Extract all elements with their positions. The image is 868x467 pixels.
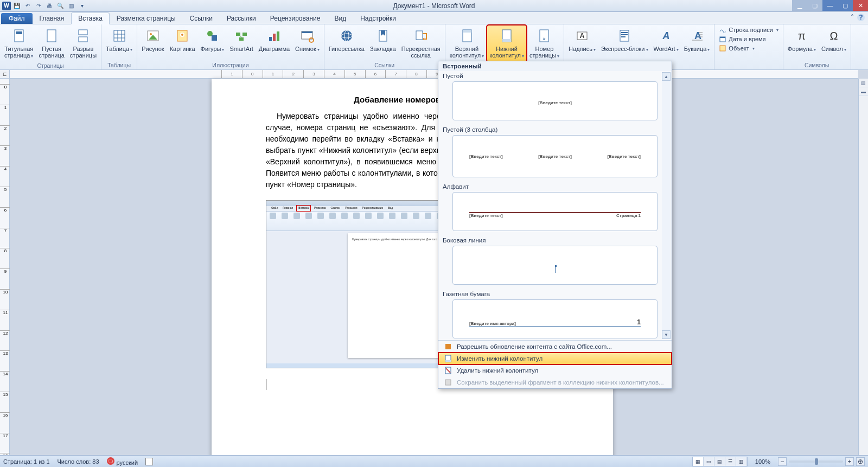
gallery-scrollbar[interactable]: ▲ ▼ [662,72,671,339]
zoom-out-button[interactable]: − [778,457,787,466]
qat-redo-icon[interactable]: ↷ [34,1,43,11]
tab-review[interactable]: Рецензирование [263,12,328,24]
window-minimize-button[interactable]: — [822,0,838,11]
zoom-slider[interactable] [789,460,843,463]
gallery-menu-item[interactable]: Разрешить обновление контента с сайта Of… [438,341,672,353]
window-close-button[interactable]: ✕ [853,0,868,11]
menu-item-label: Удалить нижний колонтитул [457,367,538,374]
web-layout-view-icon[interactable]: ▤ [714,457,725,466]
vertical-ruler[interactable]: 01234567891011121314151617181920 [0,79,10,455]
signature-button[interactable]: Строка подписи [717,25,780,34]
tab-page-layout[interactable]: Разметка страницы [110,12,183,24]
blank-page-button[interactable]: Пустая страница [36,25,66,60]
button-label: Надпись [569,46,596,53]
tab-home[interactable]: Главная [33,12,72,24]
picture-button[interactable]: Рисунок [139,25,167,54]
cover-page-button[interactable]: Титульная страница [2,25,35,61]
svg-rect-1 [16,31,22,34]
qat-preview-icon[interactable]: 🔍 [55,1,65,11]
window-maximize-button[interactable]: ▢ [838,0,853,11]
gallery-item-preview[interactable]: [Введите текст] [452,81,658,120]
crossref-button[interactable]: Перекрестная ссылка [399,25,443,60]
tab-view[interactable]: Вид [327,12,353,24]
quickparts-button[interactable]: Экспресс-блоки [599,25,650,55]
window-controls: ▁ ▢ — ▢ ✕ [792,0,868,11]
status-page[interactable]: Страница: 1 из 1 [3,458,50,465]
gallery-menu-item[interactable]: Изменить нижний колонтитул [438,353,672,364]
scroll-down-icon[interactable]: ▼ [662,330,671,339]
ruler-view-icon[interactable]: ▬ [859,87,868,96]
qat-undo-icon[interactable]: ↶ [23,1,33,11]
symbol-button[interactable]: ΩСимвол [819,25,848,55]
svg-point-28 [341,30,352,41]
qat-customize-icon[interactable]: ▾ [77,1,87,11]
qat-save-icon[interactable]: 💾 [12,1,22,11]
scroll-up-icon[interactable]: ▲ [662,72,671,81]
ribbon-group: πФормулаΩСимволСимволы [783,24,851,69]
gallery-item-preview[interactable]: [Введите текст]Страница 1 [452,192,658,231]
wordart-icon: A [658,27,675,44]
svg-rect-58 [445,344,451,349]
button-label: Нижний колонтитул [489,46,524,60]
table-button[interactable]: Таблица [104,25,135,55]
chart-button[interactable]: Диаграмма [257,25,292,54]
dropcap-button[interactable]: AБуквица [682,25,712,55]
hyperlink-button[interactable]: Гиперссылка [327,25,367,54]
object-button[interactable]: Объект [717,44,780,53]
shapes-button[interactable]: Фигуры [199,25,227,55]
zoom-fit-icon[interactable]: ⊕ [856,457,865,466]
page-number-button[interactable]: #Номер страницы [527,25,561,61]
zoom-in-button[interactable]: + [845,457,854,466]
header-button[interactable]: Верхний колонтитул [448,25,487,61]
ruler-toggle[interactable]: ⊏ [0,70,10,79]
ribbon-tabs: Файл Главная Вставка Разметка страницы С… [0,12,868,24]
menu-item-label: Изменить нижний колонтитул [457,355,542,362]
fullscreen-reading-view-icon[interactable]: ▭ [704,457,714,466]
smartart-button[interactable]: SmartArt [227,25,255,54]
footer-button[interactable]: Нижний колонтитул [487,25,526,61]
qat-open-icon[interactable]: ▥ [66,1,76,11]
svg-rect-22 [269,37,272,41]
status-language[interactable]: русский [107,457,138,466]
tab-addins[interactable]: Надстройки [353,12,403,24]
datetime-button[interactable]: Дата и время [717,35,780,43]
page-break-button[interactable]: Разрыв страницы [68,25,99,60]
gallery-item-preview[interactable]: [Введите имя автора]1 [452,299,658,338]
ribbon-collapse-icon[interactable]: ˄ [851,14,854,21]
horizontal-ruler[interactable]: 10123456789101112131415161718 [10,70,858,79]
clipart-button[interactable]: Картинка [168,25,197,54]
ribbon-restore-button[interactable]: ▢ [807,0,822,11]
screenshot-button[interactable]: Снимок [293,25,322,55]
tab-mailings[interactable]: Рассылки [220,12,263,24]
gallery-menu-item[interactable]: Удалить нижний колонтитул [438,364,672,376]
gallery-item-preview[interactable] [452,246,658,285]
bookmark-button[interactable]: Закладка [368,25,398,54]
print-layout-view-icon[interactable]: ▦ [693,457,704,466]
draft-view-icon[interactable]: ▥ [736,457,747,466]
ribbon-minimize-button[interactable]: ▁ [792,0,807,11]
status-word-count[interactable]: Число слов: 83 [58,458,99,465]
wordart-button[interactable]: AWordArt [652,25,681,55]
proofing-icon [107,457,114,465]
tab-insert[interactable]: Вставка [71,12,110,24]
svg-point-15 [181,34,183,36]
zoom-percent[interactable]: 100% [755,458,770,465]
macro-record-icon[interactable] [145,458,153,465]
outline-view-icon[interactable]: ☰ [725,457,736,466]
word-app-icon[interactable]: W [2,2,11,10]
split-view-icon[interactable]: ▤ [859,79,868,87]
textbox-button[interactable]: AНадпись [566,25,598,55]
help-icon[interactable]: ? [857,14,865,21]
button-label: Гиперссылка [329,46,365,52]
textbox-icon: A [573,27,591,44]
gallery-menu: Разрешить обновление контента с сайта Of… [438,340,672,388]
equation-button[interactable]: πФормула [786,25,818,55]
file-tab[interactable]: Файл [1,13,33,24]
gallery-item-preview[interactable]: [Введите текст][Введите текст][Введите т… [452,135,658,177]
delete-footer-icon [444,366,452,375]
title-bar: W 💾 ↶ ↷ 🖶 🔍 ▥ ▾ Документ1 - Microsoft Wo… [0,0,868,12]
qat-print-icon[interactable]: 🖶 [44,1,54,11]
svg-marker-34 [423,38,425,40]
equation-icon: π [793,27,810,44]
tab-references[interactable]: Ссылки [183,12,220,24]
